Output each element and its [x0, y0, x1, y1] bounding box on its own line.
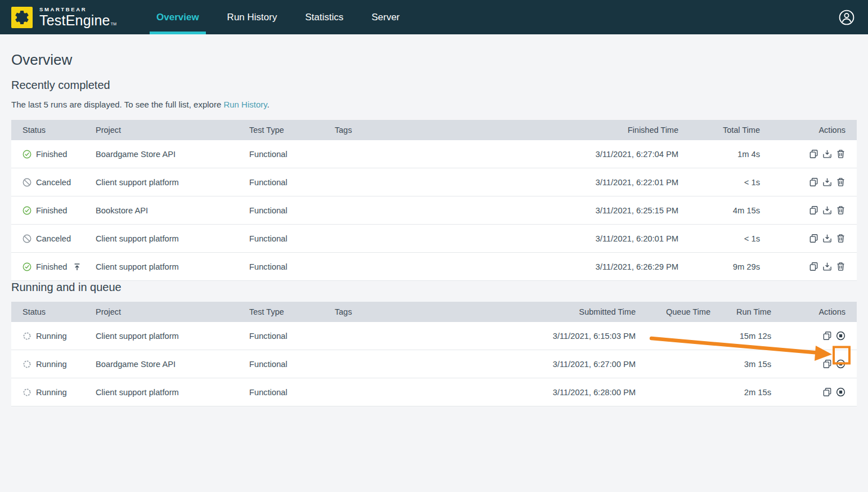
intro-text: The last 5 runs are displayed. To see th… [11, 100, 223, 109]
project-cell: Boardgame Store API [96, 360, 249, 369]
stop-run-button[interactable] [836, 359, 845, 369]
finished-time-cell: 3/11/2021, 6:26:29 PM [538, 262, 678, 271]
test-type-cell: Functional [249, 150, 335, 159]
stop-run-button[interactable] [836, 387, 845, 397]
uploaded-to-server-icon [73, 263, 81, 271]
nav-tab[interactable]: Run History [221, 0, 284, 34]
test-type-cell: Functional [249, 178, 335, 187]
actions-cell [771, 387, 845, 397]
actions-cell [771, 359, 845, 369]
app-header: C SMARTBEAR TestEngineTM Overview Run Hi… [0, 0, 868, 34]
nav-tab-label: Statistics [305, 12, 343, 23]
col-header-project: Project [96, 307, 249, 316]
copy-icon [822, 387, 832, 397]
finished-time-cell: 3/11/2021, 6:22:01 PM [538, 178, 678, 187]
completed-run-row: Canceled Client support platform Functio… [11, 225, 857, 253]
stop-icon [836, 387, 845, 397]
project-cell: Bookstore API [96, 206, 249, 215]
status-cell: Finished [23, 262, 96, 271]
test-type-cell: Functional [249, 388, 335, 397]
col-header-actions: Actions [771, 307, 845, 316]
download-run-button[interactable] [822, 234, 832, 243]
running-spinner-icon [23, 388, 32, 397]
download-icon [822, 177, 832, 187]
copy-icon [809, 149, 818, 159]
completed-table-header: Status Project Test Type Tags Finished T… [11, 120, 857, 140]
brand-product-name: TestEngine [39, 12, 110, 28]
total-time-cell: 9m 29s [678, 262, 760, 271]
download-run-button[interactable] [822, 205, 832, 215]
delete-run-button[interactable] [836, 149, 845, 159]
stop-icon [836, 359, 845, 369]
test-type-cell: Functional [249, 262, 335, 271]
actions-cell [760, 234, 845, 243]
status-cell: Finished [23, 150, 96, 159]
copy-run-button[interactable] [822, 359, 832, 369]
test-type-cell: Functional [249, 360, 335, 369]
run-time-cell: 3m 15s [710, 360, 771, 369]
col-header-queue-time: Queue Time [636, 307, 710, 316]
download-run-button[interactable] [822, 262, 832, 271]
col-header-tags: Tags [335, 307, 506, 316]
brand: C SMARTBEAR TestEngineTM [11, 7, 134, 28]
brand-product: TestEngineTM [39, 14, 116, 28]
brand-text: SMARTBEAR TestEngineTM [39, 7, 116, 28]
col-header-actions: Actions [760, 126, 845, 135]
stop-run-button[interactable] [836, 331, 845, 341]
copy-run-button[interactable] [809, 177, 818, 187]
run-history-link[interactable]: Run History [223, 100, 267, 109]
copy-icon [809, 177, 818, 187]
nav-tab[interactable]: Statistics [298, 0, 350, 34]
actions-cell [771, 331, 845, 341]
nav-tab[interactable]: Overview [150, 0, 206, 34]
test-type-cell: Functional [249, 332, 335, 341]
user-icon [838, 8, 856, 26]
nav-tab[interactable]: Server [365, 0, 406, 34]
running-run-row: Running Client support platform Function… [11, 378, 857, 406]
download-run-button[interactable] [822, 177, 832, 187]
running-runs-table: Status Project Test Type Tags Submitted … [11, 302, 857, 406]
project-cell: Boardgame Store API [96, 150, 249, 159]
copy-run-button[interactable] [822, 331, 832, 341]
copy-icon [809, 234, 818, 243]
actions-cell [760, 205, 845, 215]
copy-run-button[interactable] [822, 387, 832, 397]
project-cell: Client support platform [96, 234, 249, 243]
total-time-cell: 4m 15s [678, 206, 760, 215]
actions-cell [760, 262, 845, 271]
copy-run-button[interactable] [809, 234, 818, 243]
col-header-submitted-time: Submitted Time [506, 307, 636, 316]
project-cell: Client support platform [96, 332, 249, 341]
delete-run-button[interactable] [836, 205, 845, 215]
running-table-header: Status Project Test Type Tags Submitted … [11, 302, 857, 322]
brand-trademark: TM [111, 22, 117, 26]
finished-check-circle-icon [23, 206, 32, 215]
col-header-test-type: Test Type [249, 307, 335, 316]
status-cell: Canceled [23, 234, 96, 243]
download-run-button[interactable] [822, 149, 832, 159]
col-header-status: Status [23, 307, 96, 316]
delete-run-button[interactable] [836, 177, 845, 187]
status-cell: Canceled [23, 178, 96, 187]
trash-icon [836, 149, 845, 159]
stop-icon [836, 331, 845, 341]
run-time-cell: 15m 12s [710, 332, 771, 341]
finished-check-circle-icon [23, 150, 32, 159]
user-account-button[interactable] [838, 8, 856, 26]
col-header-project: Project [96, 126, 249, 135]
actions-cell [760, 149, 845, 159]
nav-tab-label: Run History [227, 12, 277, 23]
nav-tab-label: Server [371, 12, 399, 23]
status-label: Finished [36, 150, 68, 159]
delete-run-button[interactable] [836, 234, 845, 243]
status-label: Running [36, 332, 67, 341]
finished-time-cell: 3/11/2021, 6:25:15 PM [538, 206, 678, 215]
status-label: Running [36, 388, 67, 397]
copy-run-button[interactable] [809, 205, 818, 215]
status-cell: Running [23, 388, 96, 397]
copy-run-button[interactable] [809, 262, 818, 271]
copy-run-button[interactable] [809, 149, 818, 159]
delete-run-button[interactable] [836, 262, 845, 271]
svg-text:C: C [19, 14, 24, 21]
status-cell: Running [23, 332, 96, 341]
